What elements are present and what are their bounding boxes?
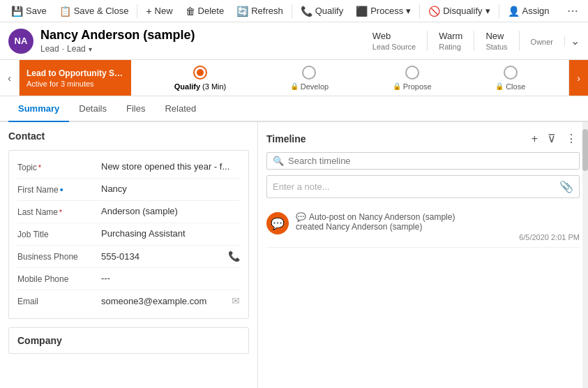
assign-button[interactable]: 👤 Assign — [502, 3, 555, 20]
stage-nav-right-button[interactable]: › — [568, 60, 588, 96]
propose-lock-icon: 🔒 — [393, 82, 401, 90]
tab-files[interactable]: Files — [116, 96, 155, 122]
note-placeholder-text: Enter a note... — [273, 181, 555, 192]
refresh-icon: 🔄 — [236, 6, 248, 17]
topic-value[interactable]: New store opened this year - f... — [101, 161, 240, 172]
first-name-value[interactable]: Nancy — [101, 184, 240, 194]
tab-summary[interactable]: Summary — [8, 96, 69, 122]
record-header: NA Nancy Anderson (sample) Lead · Lead ▾… — [0, 22, 588, 60]
assign-icon: 👤 — [508, 6, 520, 17]
contact-section-title: Contact — [8, 130, 249, 142]
entry-date: 6/5/2020 2:01 PM — [296, 233, 580, 241]
timeline-search-input[interactable] — [288, 156, 573, 166]
timeline-title: Timeline — [266, 133, 529, 144]
header-expand-button[interactable]: ⌄ — [571, 34, 580, 47]
field-mobile-phone: Mobile Phone --- — [17, 268, 240, 290]
stage-propose[interactable]: 🔒 Propose — [393, 66, 432, 91]
left-panel: Contact Topic * New store opened this ye… — [0, 122, 258, 388]
stages-container: Qualify (3 Min) 🔒 Develop 🔒 Propose 🔒 — [131, 60, 568, 96]
save-close-button[interactable]: 📋 Save & Close — [54, 3, 135, 20]
first-name-dot: • — [60, 185, 63, 195]
subtitle-dot: · — [62, 44, 64, 54]
process-button[interactable]: ⬛ Process ▾ — [350, 3, 416, 20]
attachment-icon[interactable]: 📎 — [559, 180, 573, 193]
close-lock-icon: 🔒 — [495, 82, 504, 90]
save-button[interactable]: 💾 Save — [6, 3, 52, 20]
stage-close[interactable]: 🔒 Close — [495, 66, 525, 91]
right-panel: Timeline + ⊽ ⋮ 🔍 Enter a note... 📎 💬 💬 — [258, 122, 588, 388]
entry-type-label: Auto-post on Nancy Anderson (sample) — [309, 212, 455, 222]
timeline-add-button[interactable]: + — [529, 131, 541, 147]
contact-form-card: Topic * New store opened this year - f..… — [8, 150, 249, 319]
delete-button[interactable]: 🗑 Delete — [180, 3, 230, 20]
timeline-actions: + ⊽ ⋮ — [529, 130, 580, 147]
tabs: Summary Details Files Related — [0, 96, 588, 122]
company-section-title: Company — [8, 327, 249, 354]
toolbar: 💾 Save 📋 Save & Close + New 🗑 Delete 🔄 R… — [0, 0, 588, 22]
last-name-value[interactable]: Anderson (sample) — [101, 206, 240, 216]
stage-close-circle — [504, 66, 518, 80]
entry-type: 💬 Auto-post on Nancy Anderson (sample) — [296, 212, 580, 222]
more-button[interactable]: ⋯ — [563, 1, 582, 20]
stage-propose-circle — [405, 66, 419, 80]
stage-qualify-duration: (3 Min) — [202, 82, 226, 91]
meta-lead-source-value: Web — [372, 31, 391, 41]
refresh-button[interactable]: 🔄 Refresh — [231, 3, 289, 20]
mobile-phone-value[interactable]: --- — [101, 273, 240, 283]
save-close-icon: 📋 — [59, 6, 71, 17]
timeline-entry: 💬 💬 Auto-post on Nancy Anderson (sample)… — [266, 207, 580, 248]
entry-avatar: 💬 — [266, 212, 289, 234]
stage-promo-sub: Active for 3 minutes — [27, 80, 124, 88]
stage-promo-title: Lead to Opportunity Sale... — [27, 68, 124, 78]
stage-bar: ‹ Lead to Opportunity Sale... Active for… — [0, 60, 588, 96]
subtitle-chevron[interactable]: ▾ — [89, 45, 92, 53]
entry-record-name: Nancy Anderson (sample) — [326, 222, 422, 232]
stage-develop[interactable]: 🔒 Develop — [290, 66, 329, 91]
scrollbar-thumb — [582, 129, 588, 171]
stage-qualify[interactable]: Qualify (3 Min) — [174, 66, 227, 91]
mobile-phone-label: Mobile Phone — [17, 273, 101, 284]
last-name-label: Last Name * — [17, 206, 101, 217]
process-dropdown-icon: ▾ — [406, 6, 411, 16]
timeline-filter-button[interactable]: ⊽ — [545, 130, 559, 147]
email-icon[interactable]: ✉ — [232, 295, 240, 306]
tab-related[interactable]: Related — [155, 96, 206, 122]
header-info: Nancy Anderson (sample) Lead · Lead ▾ — [40, 28, 361, 54]
entry-content: 💬 Auto-post on Nancy Anderson (sample) c… — [296, 212, 580, 241]
scrollbar[interactable] — [582, 122, 588, 388]
email-value[interactable]: someone3@example.com ✉ — [101, 295, 240, 306]
meta-owner-label: Owner — [531, 38, 553, 46]
stage-promo[interactable]: Lead to Opportunity Sale... Active for 3… — [20, 60, 131, 96]
timeline-more-button[interactable]: ⋮ — [563, 130, 580, 147]
record-title: Nancy Anderson (sample) — [40, 28, 361, 43]
job-title-value[interactable]: Purchasing Assistant — [101, 228, 240, 239]
entry-subtitle: created Nancy Anderson (sample) — [296, 222, 580, 232]
stage-close-label: 🔒 Close — [495, 82, 525, 91]
note-input-box[interactable]: Enter a note... 📎 — [266, 175, 580, 198]
first-name-label: First Name • — [17, 184, 101, 195]
stage-qualify-label: Qualify (3 Min) — [174, 82, 227, 91]
qualify-button[interactable]: 📞 Qualify — [295, 3, 349, 20]
separator-3 — [419, 4, 420, 18]
meta-owner: Owner — [520, 36, 565, 46]
meta-status: New Status — [474, 31, 519, 51]
disqualify-button[interactable]: 🚫 Disqualify ▾ — [423, 3, 495, 20]
develop-lock-icon: 🔒 — [290, 82, 299, 90]
field-email: Email someone3@example.com ✉ — [17, 290, 240, 313]
field-job-title: Job Title Purchasing Assistant — [17, 223, 240, 246]
job-title-label: Job Title — [17, 228, 101, 239]
new-button[interactable]: + New — [140, 3, 178, 20]
tab-details[interactable]: Details — [69, 96, 116, 122]
new-icon: + — [146, 6, 151, 17]
disqualify-icon: 🚫 — [428, 6, 440, 17]
timeline-header: Timeline + ⊽ ⋮ — [266, 130, 580, 147]
header-meta: Web Lead Source Warm Rating New Status O… — [361, 31, 580, 51]
meta-rating-value: Warm — [439, 31, 462, 41]
phone-icon[interactable]: 📞 — [228, 251, 240, 262]
topic-required: * — [38, 164, 41, 172]
stage-nav-left-button[interactable]: ‹ — [0, 60, 20, 96]
meta-status-value: New — [485, 31, 504, 41]
meta-rating-label: Rating — [439, 43, 461, 51]
business-phone-value[interactable]: 555-0134 📞 — [101, 251, 240, 262]
field-business-phone: Business Phone 555-0134 📞 — [17, 246, 240, 268]
